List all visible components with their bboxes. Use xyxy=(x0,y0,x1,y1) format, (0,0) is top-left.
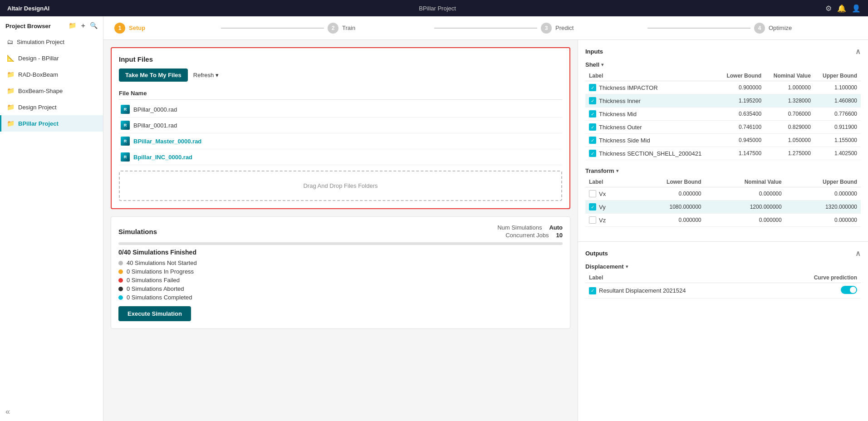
shell-cell-upper-mid: 0.776600 xyxy=(814,108,861,121)
sidebar-label-design-project: Design Project xyxy=(18,104,57,111)
checkbox-sidemid[interactable]: ✓ xyxy=(589,137,596,144)
checkbox-vz[interactable] xyxy=(589,216,596,224)
inputs-title: Inputs xyxy=(585,48,603,55)
sidebar-icon-rad-boxbeam: 📁 xyxy=(7,71,15,78)
step-circle-setup: 1 xyxy=(114,23,125,34)
sidebar-label-simulation-project: Simulation Project xyxy=(17,39,64,45)
outputs-section-header: Outputs ∧ xyxy=(585,249,861,258)
step-label-predict: Predict xyxy=(555,24,574,31)
sidebar-label-rad-boxbeam: RAD-BoxBeam xyxy=(18,71,58,78)
transform-table-header-row: Label Lower Bound Nominal Value Upper Bo… xyxy=(585,177,861,187)
shell-cell-upper-impactor: 1.100000 xyxy=(814,81,861,94)
sim-status-failed: 0 Simulations Failed xyxy=(118,277,563,284)
transform-cell-lower-vz: 0.000000 xyxy=(629,214,705,227)
sidebar-item-simulation-project[interactable]: 🗂 Simulation Project xyxy=(0,34,103,50)
shell-cell-label-sidemid: ✓ Thickness Side Mid xyxy=(585,134,718,147)
search-icon[interactable]: 🔍 xyxy=(90,22,98,30)
file-icon-2: R xyxy=(121,121,130,130)
input-files-actions: Take Me To My Files Refresh ▾ xyxy=(119,69,562,82)
toggle-resultant-displacement[interactable] xyxy=(841,286,857,294)
concurrent-jobs-label: Concurrent Jobs xyxy=(505,232,549,239)
step-setup[interactable]: 1 Setup xyxy=(114,23,217,34)
step-line-1 xyxy=(221,28,324,29)
file-name-3: BPillar_Master_0000.rad xyxy=(133,138,201,145)
step-circle-predict: 3 xyxy=(541,23,552,34)
transform-row-vz: Vz 0.000000 0.000000 0.000000 xyxy=(585,214,861,227)
input-files-title: Input Files xyxy=(119,55,562,63)
step-optimize[interactable]: 4 Optimize xyxy=(754,23,857,34)
add-icon[interactable]: ＋ xyxy=(80,22,86,30)
settings-icon[interactable]: ⚙ xyxy=(825,4,832,13)
step-predict[interactable]: 3 Predict xyxy=(541,23,644,34)
bell-icon[interactable]: 🔔 xyxy=(837,4,846,13)
shell-cell-nominal-impactor: 1.000000 xyxy=(765,81,814,94)
outputs-table: Label Curve prediction ✓ Resultant Displ… xyxy=(585,273,861,299)
project-name: BPillar Project xyxy=(419,5,456,12)
shell-col-upper: Upper Bound xyxy=(814,71,861,81)
checkbox-inner[interactable]: ✓ xyxy=(589,97,596,104)
take-me-to-files-button[interactable]: Take Me To My Files xyxy=(119,69,188,82)
checkbox-vy[interactable]: ✓ xyxy=(589,203,596,210)
panels: Input Files Take Me To My Files Refresh … xyxy=(103,40,868,421)
checkbox-section[interactable]: ✓ xyxy=(589,150,596,157)
step-label-setup: Setup xyxy=(129,24,145,31)
step-train[interactable]: 2 Train xyxy=(328,23,431,34)
sim-status-aborted: 0 Simulations Aborted xyxy=(118,285,563,292)
shell-cell-upper-section: 1.402500 xyxy=(814,147,861,160)
sidebar-item-rad-boxbeam[interactable]: 📁 RAD-BoxBeam xyxy=(0,66,103,83)
shell-cell-nominal-section: 1.275000 xyxy=(765,147,814,160)
num-simulations-row: Num Simulations Auto xyxy=(497,224,563,231)
displacement-chevron-icon[interactable]: ▾ xyxy=(626,264,628,269)
sim-status-in-progress: 0 Simulations In Progress xyxy=(118,268,563,275)
transform-col-upper: Upper Bound xyxy=(785,177,861,187)
user-icon[interactable]: 👤 xyxy=(852,4,861,13)
transform-col-label: Label xyxy=(585,177,629,187)
sidebar-collapse-btn[interactable]: « xyxy=(0,402,103,421)
transform-group-label: Transform ▾ xyxy=(585,167,861,174)
sidebar-label-design-bpillar: Design - BPillar xyxy=(18,55,59,62)
transform-cell-label-vy: ✓ Vy xyxy=(585,201,629,214)
checkbox-resultant[interactable]: ✓ xyxy=(589,287,596,294)
shell-col-nominal: Nominal Value xyxy=(765,71,814,81)
new-folder-icon[interactable]: 📁 xyxy=(69,22,76,30)
shell-label: Shell xyxy=(585,61,599,68)
dot-aborted xyxy=(118,287,123,291)
sidebar-item-boxbeam-shape[interactable]: 📁 BoxBeam-Shape xyxy=(0,83,103,99)
shell-cell-label-inner: ✓ Thickness Inner xyxy=(585,94,718,108)
outputs-collapse-button[interactable]: ∧ xyxy=(855,249,861,258)
sidebar-icon-design-bpillar: 📐 xyxy=(7,54,15,62)
file-item-2: R BPillar_0001.rad xyxy=(119,117,562,133)
sim-status-list: 40 Simulations Not Started 0 Simulations… xyxy=(118,259,563,301)
inputs-section: Inputs ∧ Shell ▾ Label Lower Bound xyxy=(578,40,868,241)
transform-cell-upper-vx: 0.000000 xyxy=(785,187,861,201)
concurrent-jobs-value: 10 xyxy=(556,232,563,239)
checkbox-outer[interactable]: ✓ xyxy=(589,123,596,131)
sidebar-title: Project Browser xyxy=(5,23,51,29)
transform-col-nominal: Nominal Value xyxy=(705,177,785,187)
checkbox-mid[interactable]: ✓ xyxy=(589,110,596,117)
sidebar-item-design-bpillar[interactable]: 📐 Design - BPillar xyxy=(0,50,103,66)
inputs-collapse-button[interactable]: ∧ xyxy=(855,47,861,56)
progress-bar-container xyxy=(118,242,563,245)
inputs-section-header: Inputs ∧ xyxy=(585,47,861,56)
left-panel: Input Files Take Me To My Files Refresh … xyxy=(103,40,578,421)
shell-cell-label-outer: ✓ Thickness Outer xyxy=(585,121,718,134)
checkbox-impactor[interactable]: ✓ xyxy=(589,84,596,91)
sidebar-item-bpillar-project[interactable]: 📁 BPillar Project xyxy=(0,115,103,132)
shell-cell-label-mid: ✓ Thickness Mid xyxy=(585,108,718,121)
shell-chevron-icon[interactable]: ▾ xyxy=(601,62,603,67)
step-circle-train: 2 xyxy=(328,23,338,34)
shell-row-section: ✓ Thickness SECTION_SHELL_2000421 1.1475… xyxy=(585,147,861,160)
sidebar-icon-design-project: 📁 xyxy=(7,103,15,111)
sim-title: Simulations xyxy=(118,228,157,235)
checkbox-vx[interactable] xyxy=(589,190,596,197)
transform-chevron-icon[interactable]: ▾ xyxy=(616,168,618,173)
file-icon-3: R xyxy=(121,137,130,146)
drag-drop-area[interactable]: Drag And Drop Files Folders xyxy=(119,171,562,201)
sidebar-item-design-project[interactable]: 📁 Design Project xyxy=(0,99,103,115)
refresh-button[interactable]: Refresh ▾ xyxy=(193,72,219,78)
dot-in-progress xyxy=(118,269,123,274)
main-layout: Project Browser 📁 ＋ 🔍 🗂 Simulation Proje… xyxy=(0,16,868,421)
execute-simulation-button[interactable]: Execute Simulation xyxy=(118,306,191,321)
num-simulations-value: Auto xyxy=(549,224,563,231)
